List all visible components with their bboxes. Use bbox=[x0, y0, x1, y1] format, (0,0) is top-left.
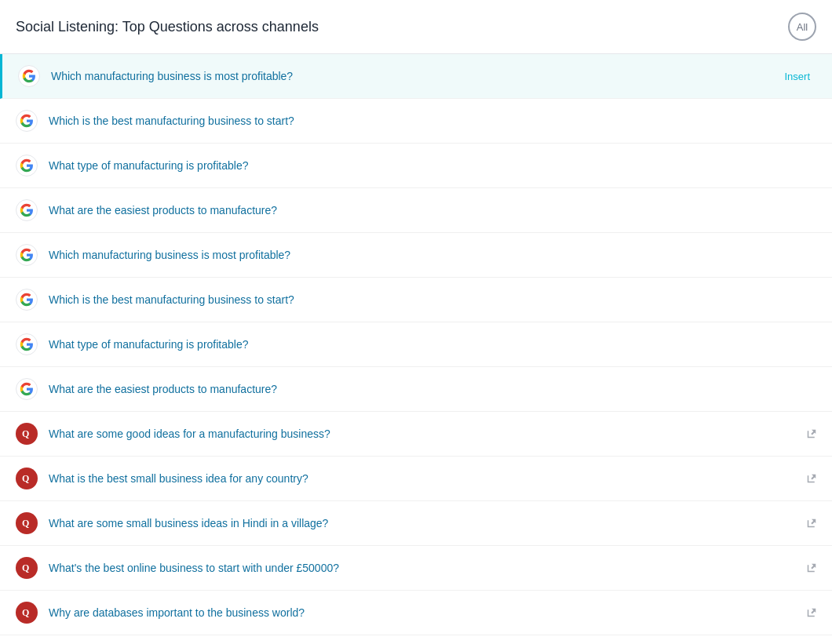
google-icon bbox=[16, 378, 38, 400]
question-row[interactable]: Q Why are databases important to the bus… bbox=[0, 591, 832, 635]
question-text: Which is the best manufacturing business… bbox=[49, 115, 816, 127]
google-icon bbox=[16, 289, 38, 311]
question-row[interactable]: What are the easiest products to manufac… bbox=[0, 188, 832, 233]
question-row[interactable]: Which manufacturing business is most pro… bbox=[0, 54, 832, 99]
google-icon bbox=[18, 65, 40, 87]
svg-text:Q: Q bbox=[22, 518, 29, 529]
svg-text:Q: Q bbox=[22, 562, 29, 573]
question-text: What type of manufacturing is profitable… bbox=[49, 338, 816, 351]
question-row[interactable]: Which is the best manufacturing business… bbox=[0, 278, 832, 322]
question-text: What are the easiest products to manufac… bbox=[49, 383, 816, 395]
quora-icon: Q bbox=[16, 423, 38, 445]
quora-icon: Q bbox=[16, 468, 38, 489]
question-text: What type of manufacturing is profitable… bbox=[49, 159, 816, 172]
question-row[interactable]: Manufacturing business ideas bbox=[0, 635, 832, 644]
question-row[interactable]: What type of manufacturing is profitable… bbox=[0, 322, 832, 367]
question-text: Which manufacturing business is most pro… bbox=[51, 70, 778, 82]
question-text: Which manufacturing business is most pro… bbox=[49, 249, 816, 261]
question-row[interactable]: Q What are some good ideas for a manufac… bbox=[0, 412, 832, 457]
quora-icon: Q bbox=[16, 557, 38, 579]
question-row[interactable]: Q What are some small business ideas in … bbox=[0, 501, 832, 546]
insert-button[interactable]: Insert bbox=[778, 69, 816, 84]
page-header: Social Listening: Top Questions across c… bbox=[0, 0, 832, 54]
question-text: What are some small business ideas in Hi… bbox=[49, 517, 803, 529]
question-row[interactable]: Which manufacturing business is most pro… bbox=[0, 233, 832, 278]
svg-text:Q: Q bbox=[22, 473, 29, 484]
google-icon bbox=[16, 110, 38, 132]
question-text: What's the best online business to start… bbox=[49, 562, 803, 574]
google-icon bbox=[16, 199, 38, 221]
all-badge[interactable]: All bbox=[788, 13, 816, 41]
question-row[interactable]: What are the easiest products to manufac… bbox=[0, 367, 832, 412]
svg-text:Q: Q bbox=[22, 607, 29, 618]
question-text: What are some good ideas for a manufactu… bbox=[49, 428, 803, 440]
question-text: Why are databases important to the busin… bbox=[49, 606, 803, 619]
quora-icon: Q bbox=[16, 512, 38, 534]
question-row[interactable]: Which is the best manufacturing business… bbox=[0, 99, 832, 144]
google-icon bbox=[16, 155, 38, 176]
question-list: Which manufacturing business is most pro… bbox=[0, 54, 832, 644]
quora-icon: Q bbox=[16, 602, 38, 624]
question-row[interactable]: What type of manufacturing is profitable… bbox=[0, 144, 832, 188]
question-text: What are the easiest products to manufac… bbox=[49, 204, 816, 216]
question-row[interactable]: Q What is the best small business idea f… bbox=[0, 457, 832, 501]
google-icon bbox=[16, 333, 38, 355]
google-icon bbox=[16, 244, 38, 266]
question-text: What is the best small business idea for… bbox=[49, 472, 803, 485]
question-text: Which is the best manufacturing business… bbox=[49, 293, 816, 306]
question-row[interactable]: Q What's the best online business to sta… bbox=[0, 546, 832, 591]
svg-text:Q: Q bbox=[22, 428, 29, 439]
page-title: Social Listening: Top Questions across c… bbox=[16, 19, 319, 35]
